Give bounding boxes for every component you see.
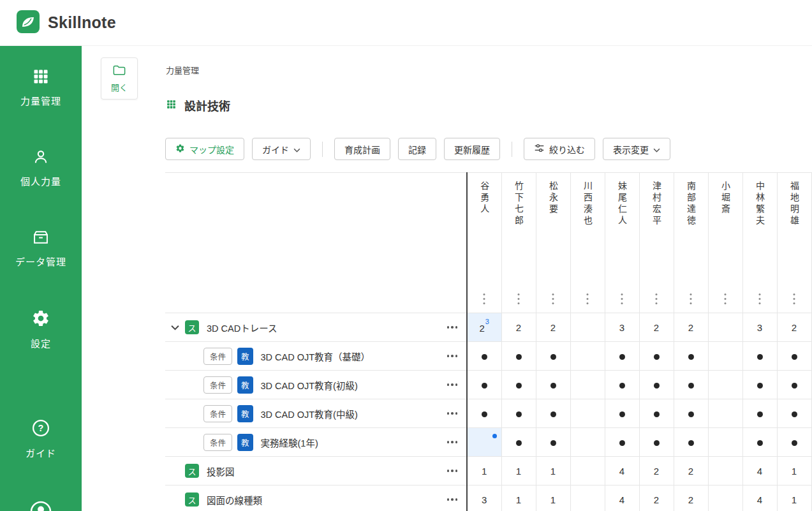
matrix-cell[interactable]: 1 bbox=[467, 457, 501, 485]
matrix-cell[interactable] bbox=[536, 428, 570, 457]
sidebar-item-settings[interactable]: 設定 bbox=[31, 309, 51, 350]
matrix-cell[interactable] bbox=[708, 313, 742, 342]
matrix-cell[interactable] bbox=[742, 428, 777, 457]
matrix-cell[interactable]: 1 bbox=[777, 485, 811, 511]
matrix-cell[interactable] bbox=[674, 371, 708, 399]
matrix-cell[interactable] bbox=[674, 428, 708, 457]
column-menu-icon[interactable] bbox=[792, 292, 797, 306]
row-menu-icon[interactable] bbox=[446, 323, 459, 331]
matrix-cell[interactable]: 1 bbox=[501, 485, 536, 511]
account-avatar-icon[interactable] bbox=[29, 500, 52, 511]
display-change-dropdown-button[interactable]: 表示変更 bbox=[603, 138, 670, 160]
row-menu-icon[interactable] bbox=[446, 381, 459, 389]
sidebar-item-ability-management[interactable]: 力量管理 bbox=[20, 68, 61, 107]
matrix-cell[interactable]: 2 bbox=[674, 457, 708, 485]
row-menu-icon[interactable] bbox=[446, 352, 459, 360]
map-settings-button[interactable]: マップ設定 bbox=[165, 138, 244, 160]
matrix-cell[interactable]: 4 bbox=[605, 485, 639, 511]
matrix-cell[interactable] bbox=[777, 399, 811, 428]
guide-dropdown-button[interactable]: ガイド bbox=[252, 138, 311, 160]
matrix-cell[interactable] bbox=[467, 399, 501, 428]
matrix-cell[interactable] bbox=[639, 371, 674, 399]
matrix-cell[interactable]: 2 bbox=[639, 457, 674, 485]
matrix-cell[interactable] bbox=[639, 342, 674, 371]
row-menu-icon[interactable] bbox=[446, 410, 459, 417]
matrix-cell[interactable] bbox=[570, 399, 605, 428]
matrix-cell[interactable]: 1 bbox=[536, 485, 570, 511]
matrix-cell[interactable] bbox=[467, 371, 501, 399]
update-history-button[interactable]: 更新履歴 bbox=[444, 138, 500, 160]
matrix-cell[interactable] bbox=[777, 371, 811, 399]
condition-badge[interactable]: 条件 bbox=[203, 376, 232, 394]
matrix-cell[interactable]: 1 bbox=[777, 457, 811, 485]
matrix-cell[interactable]: 4 bbox=[605, 457, 639, 485]
matrix-cell[interactable]: 2 bbox=[674, 313, 708, 342]
condition-badge[interactable]: 条件 bbox=[203, 434, 232, 451]
matrix-cell[interactable] bbox=[639, 399, 674, 428]
matrix-cell[interactable] bbox=[708, 399, 742, 428]
matrix-cell[interactable]: 4 bbox=[742, 457, 777, 485]
matrix-cell[interactable] bbox=[570, 313, 605, 342]
column-menu-icon[interactable] bbox=[723, 292, 728, 306]
matrix-cell[interactable]: 2 bbox=[674, 485, 708, 511]
sidebar-item-guide[interactable]: ? ガイド bbox=[26, 418, 56, 459]
matrix-cell[interactable] bbox=[639, 428, 674, 457]
matrix-cell[interactable] bbox=[674, 342, 708, 371]
column-menu-icon[interactable] bbox=[620, 292, 624, 306]
column-menu-icon[interactable] bbox=[586, 292, 590, 306]
matrix-cell[interactable] bbox=[777, 428, 811, 457]
matrix-cell[interactable] bbox=[674, 399, 708, 428]
condition-badge[interactable]: 条件 bbox=[203, 348, 232, 365]
matrix-cell[interactable]: 2 bbox=[536, 313, 570, 342]
matrix-cell[interactable] bbox=[536, 371, 570, 399]
matrix-cell[interactable] bbox=[605, 428, 639, 457]
matrix-cell[interactable]: 1 bbox=[536, 457, 570, 485]
matrix-cell[interactable]: 2 bbox=[777, 313, 811, 342]
column-menu-icon[interactable] bbox=[654, 292, 659, 306]
filter-button[interactable]: 絞り込む bbox=[524, 138, 595, 160]
row-menu-icon[interactable] bbox=[446, 496, 459, 503]
training-plan-button[interactable]: 育成計画 bbox=[334, 138, 390, 160]
matrix-cell[interactable] bbox=[708, 342, 742, 371]
matrix-cell[interactable] bbox=[742, 371, 777, 399]
matrix-cell[interactable] bbox=[570, 457, 605, 485]
column-menu-icon[interactable] bbox=[551, 292, 556, 306]
matrix-cell[interactable] bbox=[467, 428, 501, 457]
matrix-cell[interactable] bbox=[742, 399, 777, 428]
column-menu-icon[interactable] bbox=[482, 292, 487, 306]
condition-badge[interactable]: 条件 bbox=[203, 405, 232, 422]
record-button[interactable]: 記録 bbox=[398, 138, 436, 160]
matrix-cell[interactable] bbox=[501, 371, 536, 399]
matrix-cell[interactable] bbox=[501, 342, 536, 371]
breadcrumb[interactable]: 力量管理 bbox=[166, 64, 199, 76]
matrix-cell[interactable] bbox=[605, 399, 639, 428]
sidebar-item-data-management[interactable]: データ管理 bbox=[15, 228, 66, 268]
matrix-cell[interactable]: 3 bbox=[467, 485, 501, 511]
column-menu-icon[interactable] bbox=[689, 292, 693, 306]
open-panel-button[interactable]: 開く bbox=[101, 57, 138, 100]
matrix-cell[interactable] bbox=[501, 428, 536, 457]
matrix-cell[interactable]: 3 bbox=[605, 313, 639, 342]
matrix-cell[interactable] bbox=[467, 342, 501, 371]
matrix-cell[interactable]: 4 bbox=[742, 485, 777, 511]
matrix-cell[interactable]: 1 bbox=[501, 457, 536, 485]
matrix-cell[interactable]: 2 bbox=[639, 485, 674, 511]
matrix-cell[interactable] bbox=[605, 342, 639, 371]
matrix-cell[interactable] bbox=[777, 342, 811, 371]
column-menu-icon[interactable] bbox=[758, 292, 762, 306]
matrix-cell[interactable]: 23 bbox=[467, 313, 501, 342]
matrix-cell[interactable]: 2 bbox=[639, 313, 674, 342]
matrix-cell[interactable] bbox=[570, 428, 605, 457]
matrix-cell[interactable] bbox=[708, 457, 742, 485]
row-menu-icon[interactable] bbox=[446, 438, 459, 446]
matrix-cell[interactable] bbox=[570, 371, 605, 399]
matrix-cell[interactable] bbox=[742, 342, 777, 371]
matrix-cell[interactable]: 3 bbox=[742, 313, 777, 342]
matrix-cell[interactable] bbox=[536, 342, 570, 371]
sidebar-item-personal-ability[interactable]: 個人力量 bbox=[20, 148, 61, 188]
matrix-cell[interactable] bbox=[536, 399, 570, 428]
row-menu-icon[interactable] bbox=[446, 467, 459, 475]
expand-chevron-icon[interactable] bbox=[171, 325, 180, 330]
column-menu-icon[interactable] bbox=[517, 292, 521, 306]
matrix-cell[interactable] bbox=[708, 485, 742, 511]
